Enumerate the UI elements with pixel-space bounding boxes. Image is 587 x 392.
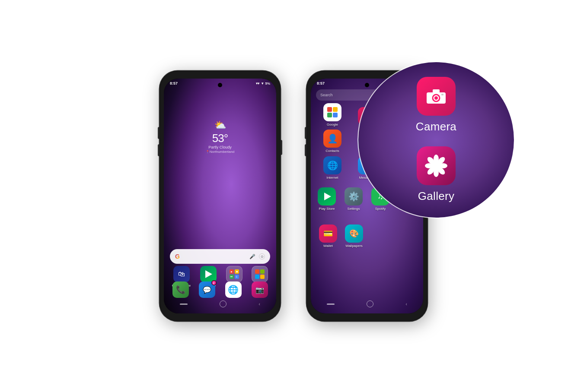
play-store-app-2[interactable]: Play Store bbox=[318, 187, 336, 211]
microphone-icon[interactable]: 🎤 bbox=[249, 254, 255, 259]
phone-1: 8:57 ▾▾ ▼ 5% ⛅ 53° Partly Cloudy Northum… bbox=[160, 71, 281, 321]
phone2-home[interactable] bbox=[367, 300, 373, 307]
phone2-wrapper: 8:57 ⊟ ▾▾ Search bbox=[306, 71, 427, 321]
time-display: 8:57 bbox=[170, 81, 178, 85]
drawer-search-text: Search bbox=[320, 93, 333, 97]
camera-dock-app[interactable]: 📷 bbox=[252, 281, 268, 298]
phone2-vol-up[interactable] bbox=[305, 127, 306, 139]
google-lens-icon[interactable]: ⊙ bbox=[259, 253, 265, 259]
phone2-back[interactable]: ‹ bbox=[406, 302, 407, 307]
flower-svg-icon bbox=[425, 155, 447, 177]
weather-widget: ⛅ 53° Partly Cloudy Northumberland bbox=[206, 120, 234, 154]
weather-location: Northumberland bbox=[206, 150, 234, 154]
drawer-row-5: 💳 Wallet 🎨 Wallpapers bbox=[315, 224, 419, 248]
zoom-inner: Camera bbox=[358, 62, 514, 218]
nav-bar-2: ‹ bbox=[311, 298, 423, 310]
wallpapers-app[interactable]: 🎨 Wallpapers bbox=[345, 224, 363, 248]
zoom-camera-item: Camera bbox=[416, 77, 456, 133]
phone1-screen: 8:57 ▾▾ ▼ 5% ⛅ 53° Partly Cloudy Northum… bbox=[164, 79, 276, 313]
google-app[interactable]: Google bbox=[323, 103, 341, 126]
wallet-label: Wallet bbox=[323, 244, 333, 248]
messages-icon: 💬 2 bbox=[199, 281, 215, 298]
zoom-gallery-label: Gallery bbox=[418, 190, 454, 203]
play-triangle bbox=[205, 270, 212, 278]
recents-button[interactable] bbox=[180, 303, 188, 305]
phone2-recents[interactable] bbox=[327, 303, 335, 305]
back-button[interactable]: ‹ bbox=[259, 302, 260, 307]
phone-app[interactable]: 📞 bbox=[172, 281, 189, 298]
internet-app[interactable]: 🌐 Internet bbox=[323, 156, 341, 180]
zoom-camera-icon bbox=[417, 77, 456, 116]
google-folder-icon: ▶ ☗ 🗺 G bbox=[226, 266, 242, 282]
weather-description: Partly Cloudy bbox=[206, 145, 234, 149]
google-icon bbox=[323, 103, 341, 121]
main-scene: 8:57 ▾▾ ▼ 5% ⛅ 53° Partly Cloudy Northum… bbox=[160, 71, 427, 321]
zoom-gallery-item: Gallery bbox=[417, 146, 456, 203]
bottom-dock: 📞 💬 2 🌐 bbox=[167, 281, 273, 298]
wallet-icon: 💳 bbox=[319, 224, 337, 243]
google-g-logo: G bbox=[175, 253, 182, 260]
contacts-icon: 👤 bbox=[323, 130, 341, 148]
internet-icon: 🌐 bbox=[323, 156, 341, 174]
galaxy-store-icon: 🛍 bbox=[173, 266, 190, 282]
contacts-app[interactable]: 👤 Contacts bbox=[323, 130, 341, 153]
wallet-app[interactable]: 💳 Wallet bbox=[319, 224, 337, 248]
internet-label: Internet bbox=[326, 176, 338, 180]
contacts-label: Contacts bbox=[325, 149, 339, 153]
chrome-icon: 🌐 bbox=[225, 281, 242, 298]
messages-app[interactable]: 💬 2 bbox=[199, 281, 215, 298]
wallpapers-label: Wallpapers bbox=[345, 244, 363, 248]
phone-icon: 📞 bbox=[172, 281, 189, 298]
svg-point-13 bbox=[432, 161, 440, 170]
placeholder bbox=[371, 230, 389, 248]
nav-bar-1: ‹ bbox=[164, 298, 276, 310]
weather-temperature: 53° bbox=[206, 132, 234, 145]
camera-dock-icon: 📷 bbox=[252, 281, 268, 298]
power-button[interactable] bbox=[281, 140, 282, 155]
status-icons: ▾▾ ▼ 5% bbox=[256, 82, 270, 85]
play-store-label-2: Play Store bbox=[319, 207, 335, 211]
battery-display: ▼ 5% bbox=[261, 82, 270, 85]
zoom-gallery-icon bbox=[417, 146, 456, 185]
svg-point-2 bbox=[434, 96, 438, 100]
messages-badge: 2 bbox=[211, 280, 217, 285]
zoom-camera-label: Camera bbox=[416, 120, 456, 133]
volume-up-button[interactable] bbox=[158, 127, 160, 139]
google-drawer-label: Google bbox=[327, 123, 338, 126]
play-store-icon-2 bbox=[318, 187, 336, 205]
chrome-app[interactable]: 🌐 bbox=[225, 281, 242, 298]
svg-rect-3 bbox=[433, 89, 440, 93]
google-search-bar[interactable]: G 🎤 ⊙ bbox=[170, 249, 270, 264]
phone2-time: 8:57 bbox=[317, 81, 325, 85]
microsoft-icon bbox=[252, 266, 268, 282]
front-camera bbox=[218, 83, 222, 87]
svg-rect-4 bbox=[441, 94, 443, 95]
signal-icon: ▾▾ bbox=[256, 82, 259, 85]
weather-icon: ⛅ bbox=[206, 120, 234, 131]
wallpapers-icon: 🎨 bbox=[345, 224, 363, 243]
placeholder2 bbox=[397, 230, 415, 248]
zoom-overlay: Camera bbox=[358, 62, 514, 218]
home-button[interactable] bbox=[220, 300, 227, 307]
volume-down-button[interactable] bbox=[158, 144, 160, 156]
camera-svg-icon bbox=[426, 88, 447, 104]
phone2-vol-down[interactable] bbox=[305, 144, 306, 156]
